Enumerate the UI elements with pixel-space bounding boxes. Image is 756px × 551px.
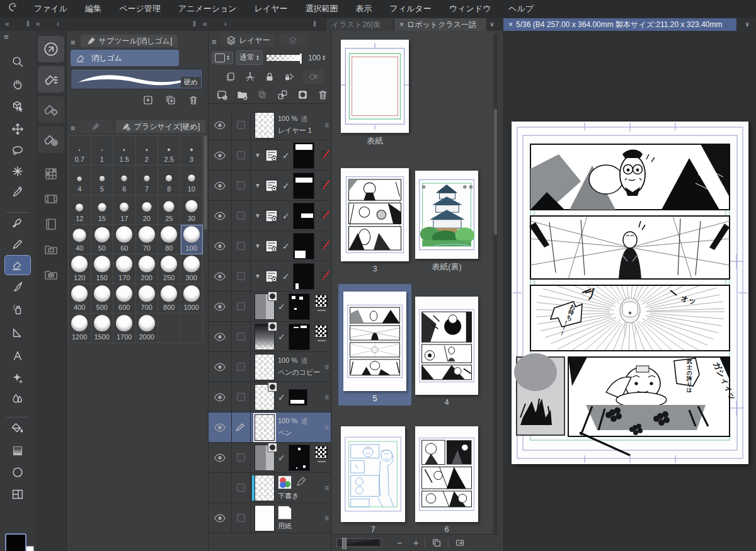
brush-size-6[interactable]: 6 [113,166,136,195]
duplicate-subtool-icon[interactable] [165,94,176,106]
visibility-eye-icon[interactable] [214,120,226,130]
brush-size-20[interactable]: 20 [136,195,159,225]
layer-thumbnail-size-button[interactable]: ▲▼ [212,52,233,64]
brush-size-3[interactable]: 3 [181,136,203,166]
layer-visibility-cell[interactable] [209,201,232,230]
app-logo-icon[interactable] [0,1,25,17]
menu-item-ウィンドウ[interactable]: ウィンドウ [440,0,500,18]
page-thumbnail-7[interactable]: 7 [341,426,405,534]
page-thumbnail-3[interactable]: 3 [341,168,409,273]
tool-property-tab[interactable] [79,120,112,133]
layer-row-frame-5[interactable]: ▼✓ [209,261,331,292]
menu-item-表示[interactable]: 表示 [347,0,381,18]
brush-size-80[interactable]: 80 [158,225,181,254]
visibility-eye-icon[interactable] [214,332,226,342]
menu-item-ヘルプ[interactable]: ヘルプ [500,0,542,18]
layer-checkbox[interactable] [237,121,245,129]
layer-checkbox[interactable] [237,332,245,341]
page-thumbnail-表紙(裏)[interactable]: 表紙(裏) [415,171,478,273]
layer-mask-thumbnail[interactable] [289,293,310,320]
thumbnail-zoom-handle[interactable] [342,538,346,549]
figure-tool-button[interactable] [5,323,30,342]
layer-mask-thumbnail[interactable] [289,445,310,471]
image-material-palette-icon[interactable] [41,240,61,259]
lock-layer-icon[interactable] [264,71,275,82]
foreground-color-swatch[interactable] [5,533,26,551]
brush-size-7[interactable]: 7 [136,166,159,195]
frame-mask-thumbnail[interactable] [293,173,314,199]
brush-stroke-preview[interactable]: 硬め [71,69,203,89]
page-tab-5-36[interactable]: ×5/36 (B4 257.00 x 364.00mm 製本サイズ:211.20… [503,18,736,31]
layer-thumbnail[interactable] [255,505,275,531]
layer-property-tab[interactable] [279,34,307,47]
layer-visibility-cell[interactable] [209,473,232,503]
document-tab-illust26[interactable]: イラスト26[復 [326,18,393,31]
layer-checkbox[interactable] [237,212,245,220]
move-tool-button[interactable] [5,120,30,139]
save-subtool-icon[interactable] [142,94,154,106]
layer-checkbox[interactable] [237,393,245,401]
layer-thumbnail[interactable] [255,293,275,320]
tab-list-chevron-icon[interactable]: ∨ [745,18,750,31]
page-art-manga4[interactable] [415,297,478,395]
auto-select-tool-button[interactable] [5,162,30,181]
brush-grid-scrollbar[interactable] [203,135,207,230]
layer-menu-icon[interactable]: ≡ [324,514,329,523]
layer-thumbnail[interactable] [255,414,275,441]
frame-mask-thumbnail[interactable] [293,203,314,229]
brush-size-1500[interactable]: 1500 [91,314,114,343]
collapse-layer-arrow-icon[interactable]: ‹ [224,18,227,31]
brush-size-0.7[interactable]: 0.7 [69,136,91,166]
visibility-eye-icon[interactable] [214,362,226,372]
page-art-manga5[interactable] [343,292,406,391]
menu-item-ページ管理[interactable]: ページ管理 [110,0,169,18]
page-thumbnail-4[interactable]: 4 [415,297,478,407]
eraser-hard-subtool-button[interactable] [38,66,64,93]
draft-excluded-icon[interactable] [319,239,331,251]
eraser-tool-button[interactable] [5,256,30,275]
export-pages-button[interactable] [455,538,465,548]
layer-select-cell[interactable] [232,110,251,140]
brush-size-300[interactable]: 300 [181,254,203,284]
close-tab-icon[interactable]: × [399,20,404,29]
subtool-panel-menu-icon[interactable]: ≡ [71,38,76,47]
layer-visibility-cell[interactable] [209,443,232,472]
draft-excluded-icon[interactable] [319,208,331,221]
frame-border-tool-button[interactable] [5,485,30,504]
page-art-sketch7[interactable] [341,426,405,522]
manga-page-canvas[interactable]: お待ち!!! ブ オッ [512,122,748,464]
brush-size-170[interactable]: 170 [113,254,136,284]
brush-size-400[interactable]: 400 [69,284,91,314]
operate-tool-button[interactable] [5,96,30,115]
delete-subtool-icon[interactable] [188,94,199,106]
layer-row-masked-9[interactable]: ✓≡ [209,382,331,412]
brush-size-60[interactable]: 60 [113,225,136,254]
lasso-tool-button[interactable] [5,142,30,161]
collapse-toolbar-icon[interactable]: « [5,18,9,31]
layer-color-toggle[interactable] [303,70,324,84]
layer-mask-thumbnail[interactable] [289,389,307,406]
clip-to-layer-below-icon[interactable] [225,71,236,82]
menu-item-フィルター[interactable]: フィルター [381,0,440,18]
layer-menu-icon[interactable]: ≡ [324,423,329,432]
frame-mask-thumbnail[interactable] [293,263,314,290]
brush-size-250[interactable]: 250 [158,254,181,284]
decoration-tool-button[interactable] [5,368,30,387]
layer-thumbnail[interactable] [255,475,275,501]
menu-item-選択範囲[interactable]: 選択範囲 [297,0,347,18]
brush-size-40[interactable]: 40 [69,225,91,254]
brush-size-600[interactable]: 600 [113,284,136,314]
layer-select-cell[interactable] [232,352,251,382]
notebook-palette-icon[interactable] [41,215,61,234]
layer-mask-thumbnail[interactable] [289,324,310,350]
layer-row-tone-11[interactable]: ✓ [209,443,331,473]
menu-item-アニメーション[interactable]: アニメーション [169,0,246,18]
expand-chevron-icon[interactable]: ▼ [255,273,261,280]
opacity-slider[interactable] [266,54,302,62]
visibility-eye-icon[interactable] [214,423,226,433]
visibility-eye-icon[interactable] [214,151,226,161]
expand-chevron-icon[interactable]: ▼ [255,182,261,189]
layer-checkbox[interactable] [237,514,245,522]
page-thumbnail-6[interactable]: 6 [415,426,478,534]
layer-row-frame-2[interactable]: ▼✓ [209,171,331,201]
